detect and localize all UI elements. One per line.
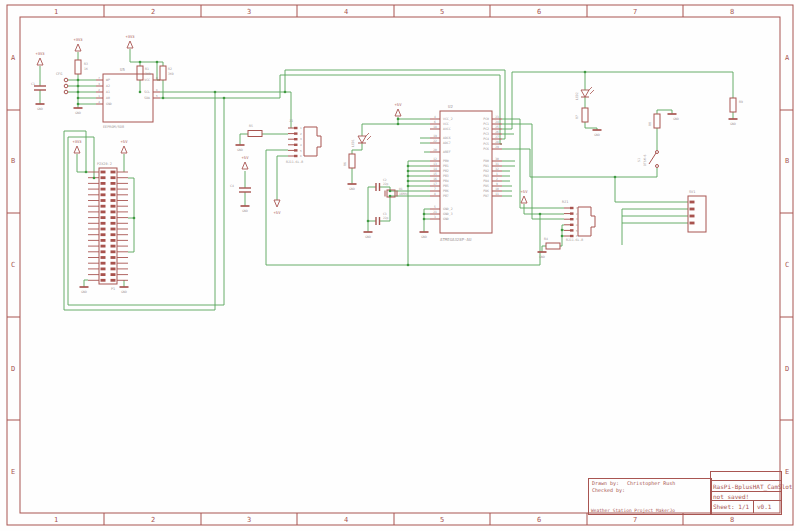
jack-pad[interactable] (570, 229, 574, 231)
header-pad[interactable] (101, 176, 106, 179)
switch-contact[interactable] (656, 165, 659, 168)
power-arrow-up[interactable] (521, 196, 527, 203)
power-arrow-up[interactable] (242, 162, 248, 169)
switch-lever[interactable] (649, 153, 656, 164)
power-arrow-up[interactable] (75, 44, 81, 51)
header-pad[interactable] (101, 245, 106, 248)
led-symbol[interactable] (581, 90, 589, 97)
resistor-body[interactable] (654, 114, 660, 128)
power-arrow-up[interactable] (121, 146, 127, 153)
jack-pad[interactable] (570, 212, 574, 214)
label-text: U2 (448, 104, 453, 109)
pad-circle[interactable] (64, 84, 68, 88)
junction-dot (139, 61, 142, 64)
rj11-jack-outline[interactable] (304, 127, 321, 156)
jack-pad[interactable] (294, 144, 298, 146)
header-pad[interactable] (111, 171, 116, 174)
header-pad[interactable] (101, 205, 106, 208)
header-pad[interactable] (111, 245, 116, 248)
ic-pin-name: VCC_2 (443, 117, 453, 121)
header-pad[interactable] (101, 279, 106, 282)
header-pad[interactable] (111, 233, 116, 236)
ic-pin-name: PC5 (483, 142, 489, 146)
header-pad[interactable] (111, 216, 116, 219)
header-pad[interactable] (111, 182, 116, 185)
header-pad[interactable] (101, 171, 106, 174)
label-text: GND (349, 187, 355, 191)
header-pad[interactable] (111, 193, 116, 196)
pad[interactable] (690, 208, 695, 211)
connector-p1-gpio[interactable] (99, 168, 117, 284)
header-pad[interactable] (111, 176, 116, 179)
resistor-body[interactable] (160, 66, 166, 80)
jack-pin-number: 4 (300, 143, 302, 147)
header-pad[interactable] (111, 199, 116, 202)
pad[interactable] (690, 201, 695, 204)
pad[interactable] (690, 222, 695, 225)
jack-pad[interactable] (294, 149, 298, 151)
resistor-body[interactable] (75, 60, 81, 74)
pad[interactable] (690, 215, 695, 218)
jack-pad[interactable] (570, 218, 574, 220)
power-arrow-up[interactable] (395, 109, 401, 116)
header-pad[interactable] (111, 262, 116, 265)
header-pad[interactable] (101, 193, 106, 196)
ic-pin-name: PD3 (483, 174, 489, 178)
header-pad[interactable] (111, 188, 116, 191)
header-pad[interactable] (111, 205, 116, 208)
header-pad[interactable] (111, 256, 116, 259)
pad-circle[interactable] (64, 90, 68, 94)
jack-pad[interactable] (294, 127, 298, 129)
pad-circle[interactable] (64, 78, 68, 82)
header-pad[interactable] (111, 222, 116, 225)
checked-by-label: Checked by: (592, 487, 625, 493)
header-pad[interactable] (101, 268, 106, 271)
header-pad[interactable] (101, 239, 106, 242)
header-pad[interactable] (101, 250, 106, 253)
junction-dot (397, 118, 400, 121)
jack-pad[interactable] (294, 155, 298, 157)
header-pad[interactable] (111, 279, 116, 282)
header-pad[interactable] (101, 222, 106, 225)
label-text: A2 (106, 84, 110, 88)
header-pad[interactable] (111, 273, 116, 276)
power-arrow-down[interactable] (274, 200, 280, 207)
header-pad[interactable] (101, 211, 106, 214)
label-text: VCC (144, 78, 150, 82)
resistor-body[interactable] (349, 154, 355, 168)
jack-pad[interactable] (570, 207, 574, 209)
junction-dot (423, 213, 426, 216)
resistor-body[interactable] (248, 131, 262, 137)
header-pad[interactable] (111, 211, 116, 214)
resistor-body[interactable] (582, 108, 588, 122)
jack-pad[interactable] (294, 138, 298, 140)
rj11-jack-outline[interactable] (578, 207, 595, 236)
header-pad[interactable] (111, 268, 116, 271)
header-pad[interactable] (111, 228, 116, 231)
header-pad[interactable] (101, 228, 106, 231)
led-symbol[interactable] (358, 136, 366, 143)
power-arrow-up[interactable] (127, 41, 133, 48)
header-pad[interactable] (111, 239, 116, 242)
header-pad[interactable] (101, 188, 106, 191)
resistor-body[interactable] (546, 243, 560, 249)
power-arrow-up[interactable] (74, 146, 80, 153)
jack-pad[interactable] (570, 235, 574, 237)
resistor-body[interactable] (730, 98, 736, 112)
label-text: P1 (111, 287, 115, 291)
led-arrow (365, 133, 369, 137)
header-pad[interactable] (101, 262, 106, 265)
header-pad[interactable] (101, 256, 106, 259)
jack-pin-number: 5 (300, 149, 302, 153)
header-pad[interactable] (111, 250, 116, 253)
header-pad[interactable] (101, 273, 106, 276)
header-pad[interactable] (101, 233, 106, 236)
jack-pad[interactable] (570, 224, 574, 226)
header-pad[interactable] (101, 216, 106, 219)
header-pad[interactable] (101, 182, 106, 185)
resistor-body[interactable] (137, 66, 143, 80)
sheet-number: Sheet: 1/1 (711, 501, 753, 513)
header-pad[interactable] (101, 199, 106, 202)
power-arrow-up[interactable] (37, 58, 43, 65)
jack-pad[interactable] (294, 132, 298, 134)
